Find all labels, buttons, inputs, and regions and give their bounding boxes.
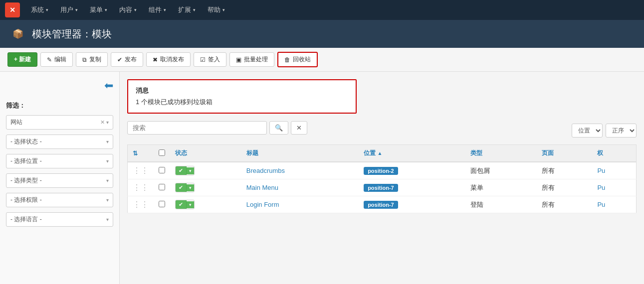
row-access: Pu [592, 179, 636, 196]
row-checkbox-cell [154, 196, 170, 213]
module-title-link[interactable]: Main Menu [246, 184, 278, 191]
position-filter-arrow[interactable]: ▾ [106, 158, 109, 164]
status-filter-arrow[interactable]: ▾ [106, 139, 109, 144]
row-type: 登陆 [465, 196, 537, 213]
row-status: ✔ ▾ [170, 179, 241, 196]
type-filter[interactable]: - 选择类型 - ▾ [6, 173, 113, 188]
position-filter[interactable]: - 选择位置 - ▾ [6, 154, 113, 168]
col-type[interactable]: 类型 [465, 145, 537, 162]
access-filter-arrow[interactable]: ▾ [106, 197, 109, 203]
col-position[interactable]: 位置 ▲ [359, 145, 465, 162]
row-checkbox[interactable] [159, 184, 165, 190]
row-status: ✔ ▾ [170, 162, 241, 179]
edit-button[interactable]: ✎ 编辑 [40, 52, 73, 67]
status-toggle[interactable]: ✔ ▾ [175, 200, 195, 209]
status-toggle[interactable]: ✔ ▾ [175, 183, 195, 192]
order-dropdown[interactable]: 正序 [606, 124, 637, 138]
nav-content[interactable]: 内容 ▾ [114, 0, 142, 20]
site-filter[interactable]: 网站 ✕ ▾ [6, 115, 113, 130]
search-button[interactable]: 🔍 [269, 121, 288, 135]
right-filters: 位置 正序 [572, 124, 637, 138]
page-title: 模块管理器：模块 [32, 27, 112, 41]
status-filter[interactable]: - 选择状态 - ▾ [6, 135, 113, 149]
row-pages: 所有 [537, 196, 592, 213]
sort-arrow-up: ▲ [377, 150, 382, 156]
nav-menus[interactable]: 菜单 ▾ [85, 0, 112, 20]
trash-button[interactable]: 🗑 回收站 [277, 52, 318, 67]
row-pages: 所有 [537, 162, 592, 179]
top-navigation: ✕ 系统 ▾ 用户 ▾ 菜单 ▾ 内容 ▾ 组件 ▾ 扩展 ▾ 帮助 ▾ [0, 0, 644, 20]
search-input[interactable] [127, 121, 267, 135]
drag-handle[interactable]: ⋮⋮ [128, 179, 154, 196]
message-text: 1 个模块已成功移到垃圾箱 [136, 98, 348, 107]
position-sort-dropdown[interactable]: 位置 [572, 124, 603, 138]
nav-extensions[interactable]: 扩展 ▾ [173, 0, 201, 20]
col-title[interactable]: 标题 [241, 145, 359, 162]
search-icon: 🔍 [275, 124, 283, 132]
nav-users[interactable]: 用户 ▾ [55, 0, 83, 20]
site-filter-arrow[interactable]: ▾ [106, 120, 109, 125]
main-content: ⬅ 筛选： 网站 ✕ ▾ - 选择状态 - ▾ - 选择位置 - ▾ - 选择类… [0, 72, 644, 284]
table-row: ⋮⋮ ✔ ▾ Breadcrumbs position-2 面包屑 所有 Pu [128, 162, 637, 179]
row-position: position-7 [359, 196, 465, 213]
position-badge: position-7 [364, 201, 398, 209]
type-filter-arrow[interactable]: ▾ [106, 178, 109, 183]
page-header: 📦 模块管理器：模块 [0, 20, 644, 48]
row-type: 面包屑 [465, 162, 537, 179]
col-status[interactable]: 状态 [170, 145, 241, 162]
row-status: ✔ ▾ [170, 196, 241, 213]
filter-label: 筛选： [6, 101, 113, 110]
clear-search-button[interactable]: ✕ [291, 121, 307, 135]
row-checkbox-cell [154, 179, 170, 196]
nav-help[interactable]: 帮助 ▾ [203, 0, 230, 20]
access-filter[interactable]: - 选择权限 - ▾ [6, 193, 113, 207]
table-row: ⋮⋮ ✔ ▾ Login Form position-7 登陆 所有 Pu [128, 196, 637, 213]
back-button[interactable]: ⬅ [104, 79, 113, 92]
new-button[interactable]: + 新建 [7, 52, 37, 67]
publish-button[interactable]: ✔ 发布 [111, 52, 143, 67]
site-filter-clear[interactable]: ✕ [100, 119, 105, 126]
checkin-button[interactable]: ☑ 签入 [194, 52, 226, 67]
sidebar: ⬅ 筛选： 网站 ✕ ▾ - 选择状态 - ▾ - 选择位置 - ▾ - 选择类… [0, 72, 120, 284]
row-checkbox[interactable] [159, 167, 165, 173]
table-row: ⋮⋮ ✔ ▾ Main Menu position-7 菜单 所有 Pu [128, 179, 637, 196]
row-title: Breadcrumbs [241, 162, 359, 179]
status-dropdown-arrow[interactable]: ▾ [187, 184, 194, 191]
language-filter[interactable]: - 选择语言 - ▾ [6, 212, 113, 227]
logo-icon: ✕ [5, 2, 20, 17]
unpublish-button[interactable]: ✖ 取消发布 [146, 52, 191, 67]
status-toggle[interactable]: ✔ ▾ [175, 166, 195, 175]
clear-icon: ✕ [296, 124, 302, 132]
status-filter-value: - 选择状态 - [10, 138, 42, 146]
nav-system[interactable]: 系统 ▾ [26, 0, 53, 20]
col-access[interactable]: 权 [592, 145, 636, 162]
row-pages: 所有 [537, 179, 592, 196]
row-checkbox[interactable] [159, 201, 165, 207]
row-access: Pu [592, 162, 636, 179]
batch-button[interactable]: ▣ 批量处理 [229, 52, 274, 67]
publish-icon: ✔ [117, 56, 122, 63]
module-title-link[interactable]: Breadcrumbs [246, 167, 285, 174]
type-filter-value: - 选择类型 - [10, 176, 42, 185]
col-checkbox [154, 145, 170, 162]
language-filter-value: - 选择语言 - [10, 215, 42, 224]
nav-components[interactable]: 组件 ▾ [144, 0, 171, 20]
site-filter-value: 网站 [10, 118, 22, 127]
copy-button[interactable]: ⧉ 复制 [76, 52, 108, 67]
check-icon: ✔ [176, 200, 187, 209]
col-pages[interactable]: 页面 [537, 145, 592, 162]
select-all-checkbox[interactable] [159, 149, 165, 156]
row-type: 菜单 [465, 179, 537, 196]
language-filter-arrow[interactable]: ▾ [106, 217, 109, 222]
row-position: position-2 [359, 162, 465, 179]
status-dropdown-arrow[interactable]: ▾ [187, 167, 194, 174]
row-checkbox-cell [154, 162, 170, 179]
batch-icon: ▣ [236, 56, 241, 63]
status-dropdown-arrow[interactable]: ▾ [187, 201, 194, 208]
drag-handle[interactable]: ⋮⋮ [128, 162, 154, 179]
drag-handle[interactable]: ⋮⋮ [128, 196, 154, 213]
module-title-link[interactable]: Login Form [246, 201, 279, 208]
content-area: 消息 1 个模块已成功移到垃圾箱 🔍 ✕ 位置 正序 [120, 72, 644, 284]
position-filter-value: - 选择位置 - [10, 157, 42, 165]
row-position: position-7 [359, 179, 465, 196]
